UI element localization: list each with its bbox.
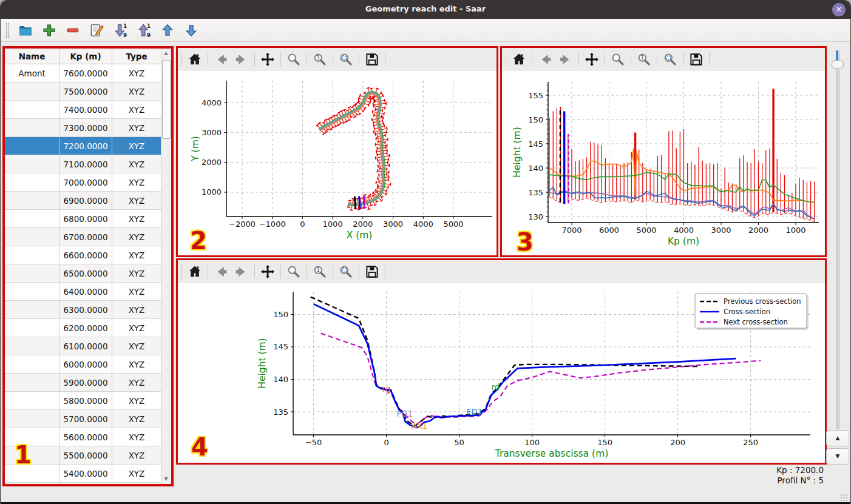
table-row[interactable]: 6600.0000XYZ — [5, 246, 161, 264]
cell-type: XYZ — [112, 64, 161, 82]
cell-type: XYZ — [112, 428, 161, 446]
cell-name — [5, 210, 59, 227]
table-row[interactable]: 5800.0000XYZ — [5, 392, 161, 410]
column-header-name[interactable]: Name — [5, 49, 59, 64]
cell-kp: 6900.0000 — [59, 192, 112, 209]
svg-text:1000: 1000 — [323, 220, 343, 229]
svg-text:rd: rd — [491, 382, 500, 392]
table-row[interactable]: 6700.0000XYZ — [5, 228, 161, 246]
back-icon[interactable] — [213, 264, 229, 280]
toolbar-separator — [631, 53, 631, 66]
table-row[interactable]: 7000.0000XYZ — [5, 173, 161, 192]
slider-handle[interactable] — [832, 60, 844, 69]
svg-text:FG1: FG1 — [396, 409, 413, 418]
scrollbar-thumb[interactable] — [162, 60, 171, 139]
svg-text:135: 135 — [528, 188, 543, 197]
save-icon[interactable] — [688, 52, 704, 67]
slider-track[interactable] — [836, 50, 839, 429]
edit-icon[interactable] — [89, 22, 104, 38]
panel-number-3: 3 — [517, 230, 534, 254]
toolbar-separator — [208, 265, 208, 278]
pan-icon[interactable] — [260, 52, 276, 67]
close-button[interactable]: ✕ — [832, 3, 846, 16]
table-row[interactable]: 6900.0000XYZ — [5, 192, 161, 210]
profile-down-button[interactable]: ▼ — [826, 448, 849, 465]
pan-icon[interactable] — [584, 52, 600, 67]
table-row[interactable]: 6500.0000XYZ — [5, 264, 161, 283]
table-row[interactable]: 6100.0000XYZ — [5, 337, 161, 355]
zoom-fit-icon[interactable] — [338, 264, 354, 280]
cell-name — [5, 264, 59, 282]
save-icon[interactable] — [364, 52, 380, 67]
long-profile-panel: 1 70006000500040003000200010001301351401… — [500, 46, 827, 257]
pan-icon[interactable] — [260, 264, 276, 280]
zoom-icon[interactable] — [610, 52, 626, 67]
table-scrollbar[interactable]: ▲ ▼ — [161, 49, 171, 484]
svg-text:140: 140 — [273, 375, 288, 384]
sort-ascending-icon[interactable]: 19 — [136, 22, 152, 38]
plan-view-plot[interactable]: −2000−1000010002000300040005000100020003… — [178, 71, 497, 255]
cell-type: XYZ — [112, 119, 161, 136]
back-icon[interactable] — [213, 52, 229, 67]
forward-icon[interactable] — [558, 52, 574, 67]
table-row[interactable]: 7300.0000XYZ — [5, 119, 161, 137]
table-row[interactable]: 6000.0000XYZ — [5, 355, 161, 374]
back-icon[interactable] — [537, 52, 553, 67]
svg-text:2000: 2000 — [353, 220, 373, 229]
add-icon[interactable] — [41, 22, 57, 38]
remove-icon[interactable] — [65, 22, 81, 38]
scrollbar-down-icon[interactable]: ▼ — [161, 474, 171, 484]
cell-kp: 5400.0000 — [59, 465, 112, 482]
cross-section-plot[interactable]: −50050100150200250135140145150Transverse… — [178, 283, 825, 463]
table-row[interactable]: 7400.0000XYZ — [5, 101, 161, 119]
table-row[interactable]: 5700.0000XYZ — [5, 410, 161, 428]
home-icon[interactable] — [511, 52, 527, 67]
move-up-icon[interactable] — [160, 22, 175, 38]
toolbar-drag-handle[interactable] — [5, 22, 10, 38]
table-row[interactable]: 7200.0000XYZ — [5, 137, 161, 155]
svg-text:130: 130 — [528, 212, 543, 221]
table-row[interactable]: 7100.0000XYZ — [5, 155, 161, 173]
profile-slider[interactable] — [831, 50, 843, 428]
forward-icon[interactable] — [234, 52, 249, 67]
cell-name — [5, 392, 59, 409]
move-down-icon[interactable] — [183, 22, 199, 38]
scrollbar-up-icon[interactable]: ▲ — [161, 49, 171, 58]
cell-name — [5, 283, 59, 300]
long-profile-plot[interactable]: 7000600050004000300020001000130135140145… — [502, 71, 825, 255]
zoom-icon[interactable] — [286, 52, 302, 67]
column-header-kp[interactable]: Kp (m) — [59, 49, 112, 64]
zoom-icon[interactable] — [286, 264, 302, 280]
home-icon[interactable] — [187, 264, 203, 280]
zoom-one-icon[interactable]: 1 — [312, 52, 328, 67]
zoom-fit-icon[interactable] — [338, 52, 354, 67]
save-icon[interactable] — [364, 264, 380, 280]
svg-text:Height (m): Height (m) — [257, 338, 268, 388]
zoom-one-icon[interactable]: 1 — [312, 264, 328, 280]
resize-grip[interactable] — [840, 494, 849, 501]
svg-text:3000: 3000 — [202, 128, 222, 137]
table-row[interactable]: 6800.0000XYZ — [5, 210, 161, 228]
zoom-one-icon[interactable]: 1 — [636, 52, 652, 67]
table-row[interactable]: 6300.0000XYZ — [5, 301, 161, 319]
forward-icon[interactable] — [234, 264, 249, 280]
profile-up-button[interactable]: ▲ — [826, 430, 849, 446]
zoom-fit-icon[interactable] — [662, 52, 678, 67]
sort-descending-icon[interactable]: 19 — [112, 22, 128, 38]
cell-kp: 7100.0000 — [59, 155, 112, 173]
cell-name — [5, 228, 59, 246]
table-row[interactable]: 6200.0000XYZ — [5, 319, 161, 337]
open-icon[interactable] — [18, 22, 33, 38]
cell-type: XYZ — [112, 446, 161, 464]
column-header-type[interactable]: Type — [112, 49, 161, 64]
cell-type: XYZ — [112, 82, 161, 100]
title-bar[interactable]: Geometry reach edit - Saar ✕ — [1, 1, 850, 19]
table-row[interactable]: 5900.0000XYZ — [5, 374, 161, 392]
table-row[interactable]: Amont7600.0000XYZ — [5, 64, 161, 82]
table-row[interactable]: 6400.0000XYZ — [5, 283, 161, 301]
svg-text:4000: 4000 — [674, 226, 694, 235]
home-icon[interactable] — [187, 52, 203, 67]
toolbar-separator — [280, 53, 281, 66]
table-row[interactable]: 7500.0000XYZ — [5, 82, 161, 101]
cell-type: XYZ — [112, 210, 161, 227]
